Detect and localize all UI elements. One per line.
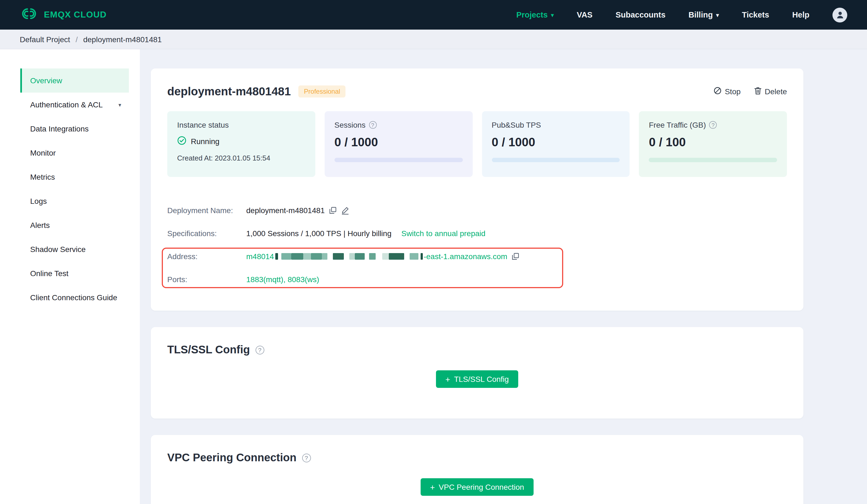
tps-progress-bar xyxy=(492,158,620,162)
status-badge: Running xyxy=(191,137,220,146)
deployment-title: deployment-m4801481 xyxy=(167,85,291,98)
vpc-peering-card: VPC Peering Connection ? + VPC Peering C… xyxy=(151,435,803,504)
sessions-progress-bar xyxy=(334,158,463,162)
user-avatar[interactable] xyxy=(833,8,847,22)
deployment-name-value: deployment-m4801481 xyxy=(246,206,325,215)
chevron-down-icon: ▾ xyxy=(118,102,121,108)
sidebar: Overview Authentication & ACL ▾ Data Int… xyxy=(0,49,140,504)
copy-icon[interactable] xyxy=(512,253,519,260)
stats-row: Instance status Running Created At: 2023… xyxy=(167,111,787,177)
nav-item-projects[interactable]: Projects▾ xyxy=(516,10,554,19)
plus-icon: + xyxy=(430,483,435,491)
edit-icon[interactable] xyxy=(341,206,349,215)
sidebar-item-metrics[interactable]: Metrics xyxy=(20,165,129,189)
sidebar-item-client-connections-guide[interactable]: Client Connections Guide xyxy=(20,285,129,309)
help-icon[interactable]: ? xyxy=(255,346,264,354)
sessions-value: 0 / 1000 xyxy=(334,135,463,150)
help-icon[interactable]: ? xyxy=(369,121,376,129)
copy-icon[interactable] xyxy=(329,207,337,214)
sidebar-item-authentication-acl[interactable]: Authentication & ACL ▾ xyxy=(20,92,129,117)
tls-ssl-card: TLS/SSL Config ? + TLS/SSL Config xyxy=(151,327,803,418)
add-tls-ssl-config-button[interactable]: + TLS/SSL Config xyxy=(436,370,518,388)
traffic-progress-bar xyxy=(649,158,777,162)
breadcrumb: Default Project / deployment-m4801481 xyxy=(0,30,867,49)
chevron-down-icon: ▾ xyxy=(551,13,554,18)
sidebar-item-online-test[interactable]: Online Test xyxy=(20,261,129,285)
add-vpc-peering-button[interactable]: + VPC Peering Connection xyxy=(421,478,534,496)
breadcrumb-separator: / xyxy=(76,35,78,44)
switch-annual-prepaid-link[interactable]: Switch to annual prepaid xyxy=(402,229,485,238)
ports-value: 1883(mqtt), 8083(ws) xyxy=(246,275,319,284)
chevron-down-icon: ▾ xyxy=(716,13,719,18)
brand-name: EMQX CLOUD xyxy=(44,10,107,20)
main-content: deployment-m4801481 Professional Stop xyxy=(140,49,867,504)
tps-value: 0 / 1000 xyxy=(492,135,620,150)
stat-pubsub-tps: Pub&Sub TPS 0 / 1000 xyxy=(482,111,630,177)
nav-item-vas[interactable]: VAS xyxy=(577,10,592,19)
nav-menu: Projects▾ VAS Subaccounts Billing▾ Ticke… xyxy=(516,8,847,22)
delete-button[interactable]: Delete xyxy=(754,87,787,96)
deployment-details: Deployment Name: deployment-m4801481 xyxy=(167,199,787,291)
nav-item-tickets[interactable]: Tickets xyxy=(742,10,769,19)
stop-icon xyxy=(713,87,721,96)
tls-ssl-title: TLS/SSL Config xyxy=(167,343,250,356)
trash-icon xyxy=(754,87,761,96)
stat-free-traffic: Free Traffic (GB) ? 0 / 100 xyxy=(639,111,787,177)
check-circle-icon xyxy=(177,136,186,147)
sidebar-item-alerts[interactable]: Alerts xyxy=(20,213,129,237)
sidebar-item-overview[interactable]: Overview xyxy=(20,68,129,92)
help-icon[interactable]: ? xyxy=(709,121,717,129)
specifications-value: 1,000 Sessions / 1,000 TPS | Hourly bill… xyxy=(246,229,392,238)
address-row: Address: m48014-east-1.amazonaws.com xyxy=(167,245,787,268)
address-suffix: -east-1.amazonaws.com xyxy=(424,252,507,261)
redacted-address xyxy=(275,253,422,260)
stat-instance-status: Instance status Running Created At: 2023… xyxy=(167,111,315,177)
sidebar-item-data-integrations[interactable]: Data Integrations xyxy=(20,117,129,141)
plan-badge: Professional xyxy=(299,86,346,98)
address-prefix: m48014 xyxy=(246,252,274,261)
connection-info-group: Address: m48014-east-1.amazonaws.com xyxy=(167,245,787,291)
top-nav: EMQX CLOUD Projects▾ VAS Subaccounts Bil… xyxy=(0,0,867,30)
brand-logo[interactable]: EMQX CLOUD xyxy=(20,8,107,22)
sidebar-item-shadow-service[interactable]: Shadow Service xyxy=(20,237,129,261)
sidebar-item-logs[interactable]: Logs xyxy=(20,189,129,213)
nav-item-subaccounts[interactable]: Subaccounts xyxy=(616,10,665,19)
stat-sessions: Sessions ? 0 / 1000 xyxy=(325,111,473,177)
stop-button[interactable]: Stop xyxy=(713,87,741,96)
deployment-card: deployment-m4801481 Professional Stop xyxy=(151,68,803,311)
specifications-row: Specifications: 1,000 Sessions / 1,000 T… xyxy=(167,222,787,245)
emqx-logo-icon xyxy=(20,8,39,22)
nav-item-billing[interactable]: Billing▾ xyxy=(688,10,719,19)
page: EMQX CLOUD Projects▾ VAS Subaccounts Bil… xyxy=(0,0,867,504)
sidebar-item-monitor[interactable]: Monitor xyxy=(20,141,129,165)
traffic-value: 0 / 100 xyxy=(649,135,777,150)
created-at: Created At: 2023.01.05 15:54 xyxy=(177,154,306,162)
vpc-peering-title: VPC Peering Connection xyxy=(167,451,297,464)
plus-icon: + xyxy=(445,375,450,383)
breadcrumb-project[interactable]: Default Project xyxy=(20,35,70,44)
nav-item-help[interactable]: Help xyxy=(792,10,810,19)
deployment-name-row: Deployment Name: deployment-m4801481 xyxy=(167,199,787,222)
help-icon[interactable]: ? xyxy=(302,453,311,462)
ports-row: Ports: 1883(mqtt), 8083(ws) xyxy=(167,268,787,291)
breadcrumb-deployment: deployment-m4801481 xyxy=(83,35,161,44)
